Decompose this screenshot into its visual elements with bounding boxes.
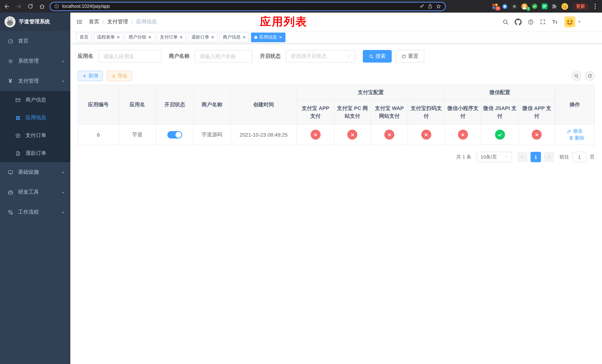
kebab-menu-icon[interactable] [593,4,598,9]
emoji-avatar-icon[interactable] [561,3,568,10]
page-size-select[interactable]: 10条/页 [476,152,512,162]
delete-link[interactable]: 删除 [569,135,584,141]
close-icon[interactable] [243,36,246,39]
tab-pay-order[interactable]: 支付订单 [157,32,186,42]
payment-submenu: 商户信息 应用信息 支付订单 退款订单 [0,91,70,162]
extensions-grid-icon[interactable]: 10 [492,3,498,9]
info-icon[interactable] [54,4,59,9]
status-select[interactable]: 请选择开启状态 [286,50,355,63]
navbar-actions [502,16,581,27]
tab-app-info[interactable]: 应用信息 [251,32,285,42]
page-number-button[interactable]: 1 [531,152,541,162]
next-page-button[interactable] [544,152,554,162]
toggle-search-button[interactable] [572,71,581,81]
close-icon[interactable] [117,36,120,39]
sidebar-item-home[interactable]: 首页 [0,31,70,51]
url-text[interactable]: localhost:1024/pay/app [62,4,110,9]
status-toggle[interactable] [167,131,182,138]
col-header-alipay-wap: 支付宝 WAP 网站支付 [371,100,408,124]
font-size-icon[interactable] [552,19,558,25]
chat-icon[interactable] [542,3,548,9]
help-icon[interactable] [527,19,534,25]
close-icon[interactable] [148,36,151,39]
tab-refund-order[interactable]: 退款订单 [188,32,218,42]
key-icon[interactable] [419,4,425,9]
user-avatar-menu[interactable] [564,16,581,27]
home-icon[interactable] [39,3,45,10]
search-icon[interactable] [502,19,509,25]
filter-app-name: 应用名 [78,50,161,63]
tab-label: 首页 [80,34,88,40]
sidebar-item-infrastructure[interactable]: 基础设施 [0,162,70,182]
share-icon[interactable] [428,4,433,9]
forward-icon[interactable] [16,3,22,10]
workflow-icon [7,209,13,215]
cross-circle-icon [347,130,357,139]
add-button-label: 新增 [88,73,98,79]
address-bar[interactable]: localhost:1024/pay/app [50,2,446,11]
check-circle-icon[interactable] [532,3,538,9]
person-icon[interactable]: 1 [521,3,527,10]
dark-circle-icon[interactable] [512,3,517,9]
main-area: 首页 / 支付管理 / 应用信息 应用列表 [70,13,602,364]
sidebar-item-dev-tools[interactable]: 研发工具 [0,182,70,202]
app-name-input[interactable] [98,50,161,63]
tab-process-form[interactable]: 流程表单 [94,32,123,42]
pagination: 共 1 条 10条/页 1 前往 页 [78,152,595,162]
sidebar-item-workflow[interactable]: 工作流程 [0,202,70,222]
col-header-wechat-jsapi: 微信 JSAPI 支付 [481,100,518,124]
merchant-name-input[interactable] [195,50,252,63]
sidebar-item-app-info[interactable]: 应用信息 [0,109,70,127]
cell-merchant: 芋道源码 [194,124,230,145]
hamburger-icon[interactable] [76,19,83,25]
cross-circle-icon [384,130,394,139]
search-button[interactable]: 搜索 [363,50,392,63]
tab-home[interactable]: 首页 [76,32,92,42]
dashboard-icon [7,38,13,44]
sidebar-item-merchant-info[interactable]: 商户信息 [0,91,70,109]
sidebar-item-label: 支付订单 [26,132,46,139]
fullscreen-icon[interactable] [540,19,546,25]
edit-link-label: 修改 [573,128,582,134]
caret-down-icon [578,19,581,25]
add-button[interactable]: 新增 [78,71,103,81]
browser-update-button[interactable]: 更新 [572,2,589,10]
sidebar-item-label: 支付管理 [18,78,39,85]
update-label: 更新 [576,3,585,10]
sidebar: 芋道管理系统 首页 系统管理 ¥ 支付管理 [0,13,70,364]
prev-page-button[interactable] [517,152,527,162]
chevron-down-icon [61,210,65,214]
close-icon[interactable] [279,36,282,39]
reload-icon[interactable] [27,3,33,9]
breadcrumb-payment-mgmt[interactable]: 支付管理 [107,19,128,25]
tab-label: 流程表单 [97,34,115,40]
sidebar-item-label: 工作流程 [18,209,39,215]
sidebar-item-system-mgmt[interactable]: 系统管理 [0,51,70,71]
sidebar-item-pay-order[interactable]: 支付订单 [0,127,70,144]
tab-user-group[interactable]: 用户分组 [125,32,155,42]
pager: 1 [517,152,554,162]
avatar [564,16,575,27]
edit-link[interactable]: 修改 [567,128,582,134]
close-icon[interactable] [211,36,214,39]
cross-circle-icon [311,130,321,139]
github-icon[interactable] [515,18,522,25]
location-icon[interactable] [502,3,508,9]
chevron-down-icon [347,53,351,60]
refresh-table-button[interactable] [585,71,595,81]
goto-page-input[interactable] [572,152,587,162]
sidebar-item-refund-order[interactable]: 退款订单 [0,144,70,162]
reset-button[interactable]: 重置 [395,50,424,63]
bookmark-star-icon[interactable] [436,3,441,9]
back-icon[interactable] [4,3,10,10]
puzzle-icon[interactable] [552,3,557,9]
tab-merchant-info[interactable]: 商户信息 [220,32,249,42]
cell-actions: 修改 删除 [555,124,594,145]
close-icon[interactable] [180,36,183,39]
breadcrumb-home[interactable]: 首页 [89,19,99,25]
sidebar-item-payment-mgmt[interactable]: ¥ 支付管理 [0,71,70,91]
sidebar-logo-row[interactable]: 芋道管理系统 [0,13,70,31]
export-button[interactable]: 导出 [107,71,132,81]
search-button-label: 搜索 [376,53,386,60]
browser-toolbar: localhost:1024/pay/app 10 1 更新 [0,0,602,13]
